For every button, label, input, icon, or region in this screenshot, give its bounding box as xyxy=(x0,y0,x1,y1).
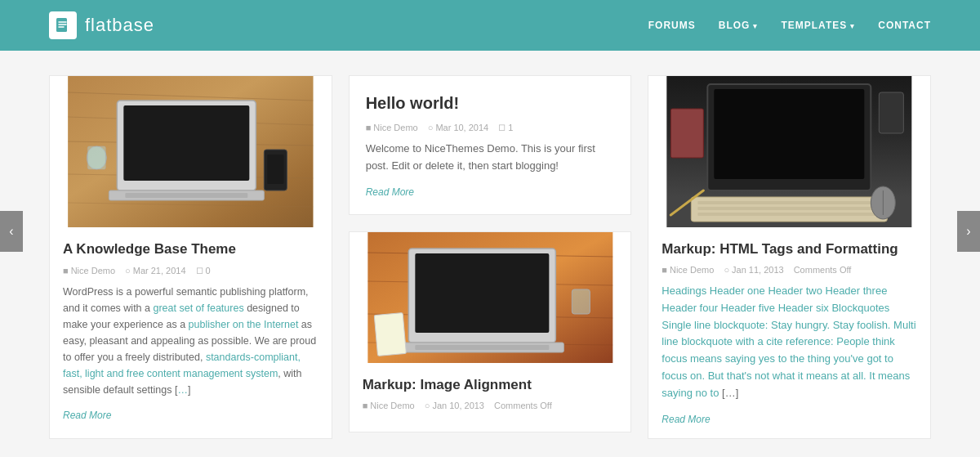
comment-icon: ◻ xyxy=(196,265,203,276)
page-wrapper: flatbase FORUMS BLOG ▾ TEMPLATES ▾ CONTA… xyxy=(0,0,980,457)
card-text-3: Headings Header one Header two Header th… xyxy=(662,283,917,402)
card-body-3: Markup: HTML Tags and Formatting ■ Nice … xyxy=(648,227,930,438)
svg-rect-36 xyxy=(671,109,704,158)
card-author-2: ■ Nice Demo xyxy=(366,123,418,132)
svg-rect-15 xyxy=(87,146,105,169)
svg-rect-32 xyxy=(698,207,878,210)
cards-grid: A Knowledge Base Theme ■ Nice Demo ○ Mar… xyxy=(49,75,931,439)
card-knowledge-base: A Knowledge Base Theme ■ Nice Demo ○ Mar… xyxy=(49,75,332,439)
read-more-1[interactable]: Read More xyxy=(63,410,111,421)
card-title-2: Hello world! xyxy=(366,92,615,114)
card-comments-3: Comments Off xyxy=(794,265,852,275)
main-nav: FORUMS BLOG ▾ TEMPLATES ▾ CONTACT xyxy=(648,20,931,31)
card-date-2: ○ Mar 10, 2014 xyxy=(428,123,488,132)
card-title-4: Markup: Image Alignment xyxy=(363,376,618,394)
card-body-2: Hello world! ■ Nice Demo ○ Mar 10, 2014 xyxy=(350,76,631,214)
logo-icon xyxy=(49,11,77,39)
card-text-1: WordPress is a powerful semantic publish… xyxy=(63,284,318,398)
nav-forums[interactable]: FORUMS xyxy=(648,20,696,31)
clock-icon-3: ○ xyxy=(724,265,729,275)
card-text-2: Welcome to NiceThemes Demo. This is your… xyxy=(366,141,615,175)
card-author-4: ■ Nice Demo xyxy=(363,401,415,410)
clock-icon-4: ○ xyxy=(425,401,430,410)
header: flatbase FORUMS BLOG ▾ TEMPLATES ▾ CONTA… xyxy=(0,0,980,51)
read-more-3[interactable]: Read More xyxy=(662,414,710,425)
nav-contact[interactable]: CONTACT xyxy=(878,20,931,31)
card-comments-1: ◻ 0 xyxy=(196,265,211,276)
svg-rect-22 xyxy=(415,253,549,333)
card-image-laptop-desk xyxy=(50,76,332,227)
svg-rect-11 xyxy=(125,193,247,198)
nav-blog[interactable]: BLOG ▾ xyxy=(719,20,759,31)
svg-rect-31 xyxy=(698,201,878,204)
svg-rect-25 xyxy=(572,289,590,314)
card-title-3: Markup: HTML Tags and Formatting xyxy=(662,240,917,258)
card-comments-4: Comments Off xyxy=(494,401,552,410)
card-meta-2: ■ Nice Demo ○ Mar 10, 2014 ◻ 1 xyxy=(366,122,615,132)
svg-rect-9 xyxy=(123,105,249,181)
card-image-laptop-warm xyxy=(350,232,631,363)
card-hello-world: Hello world! ■ Nice Demo ○ Mar 10, 2014 xyxy=(349,75,632,215)
card-author-3: ■ Nice Demo xyxy=(662,265,714,275)
left-arrow-icon: ‹ xyxy=(9,224,13,239)
templates-caret-icon: ▾ xyxy=(850,22,855,30)
card-meta-1: ■ Nice Demo ○ Mar 21, 2014 ◻ 0 xyxy=(63,265,318,276)
prev-arrow[interactable]: ‹ xyxy=(0,211,23,252)
card-markup-html: Markup: HTML Tags and Formatting ■ Nice … xyxy=(648,75,931,439)
card-meta-4: ■ Nice Demo ○ Jan 10, 2013 Comments Off xyxy=(363,401,618,410)
middle-column: Hello world! ■ Nice Demo ○ Mar 10, 2014 xyxy=(349,75,632,439)
card-date-3: ○ Jan 11, 2013 xyxy=(724,265,783,275)
svg-rect-24 xyxy=(415,345,549,350)
main-content: A Knowledge Base Theme ■ Nice Demo ○ Mar… xyxy=(0,51,980,457)
card-title-1: A Knowledge Base Theme xyxy=(63,240,318,258)
svg-rect-33 xyxy=(698,213,878,216)
card-author-1: ■ Nice Demo xyxy=(63,266,115,276)
user-icon-4: ■ xyxy=(363,401,368,410)
read-more-2[interactable]: Read More xyxy=(366,186,414,198)
user-icon-3: ■ xyxy=(662,265,667,275)
svg-rect-13 xyxy=(267,155,283,184)
svg-rect-38 xyxy=(880,92,904,133)
clock-icon-2: ○ xyxy=(428,123,434,132)
clock-icon: ○ xyxy=(125,266,131,276)
card-image-desk-overhead xyxy=(648,76,930,227)
card-comments-2: ◻ 1 xyxy=(498,122,513,132)
svg-rect-26 xyxy=(374,312,406,356)
logo-text: flatbase xyxy=(85,15,154,36)
card-image-alignment: Markup: Image Alignment ■ Nice Demo ○ Ja… xyxy=(349,231,632,432)
nav-templates[interactable]: TEMPLATES ▾ xyxy=(781,20,855,31)
card-meta-3: ■ Nice Demo ○ Jan 11, 2013 Comments Off xyxy=(662,265,917,275)
card-date-4: ○ Jan 10, 2013 xyxy=(425,401,484,410)
card-body-4: Markup: Image Alignment ■ Nice Demo ○ Ja… xyxy=(350,363,631,432)
user-icon: ■ xyxy=(63,266,69,276)
next-arrow[interactable]: › xyxy=(957,211,980,252)
comment-icon-2: ◻ xyxy=(498,122,506,132)
card-body-1: A Knowledge Base Theme ■ Nice Demo ○ Mar… xyxy=(50,227,332,434)
svg-rect-29 xyxy=(715,89,865,179)
right-arrow-icon: › xyxy=(966,224,970,239)
card-date-1: ○ Mar 21, 2014 xyxy=(125,266,185,276)
logo-area: flatbase xyxy=(49,11,154,39)
user-icon-2: ■ xyxy=(366,123,372,132)
blog-caret-icon: ▾ xyxy=(753,22,758,30)
